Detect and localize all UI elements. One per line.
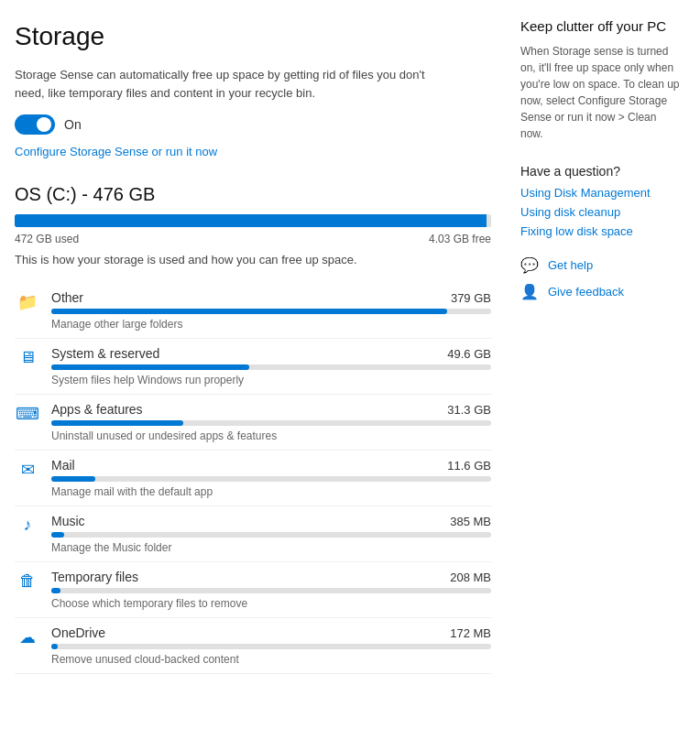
- item-bar-bg-3: [51, 476, 491, 482]
- item-icon-1: 🖥: [15, 348, 40, 367]
- sidebar-tip-title: Keep clutter off your PC: [520, 18, 682, 34]
- item-icon-4: ♪: [15, 516, 40, 535]
- storage-stats: 472 GB used 4.03 GB free: [15, 233, 491, 245]
- drive-storage-bar: [15, 214, 491, 227]
- item-content-4: Music 385 MB Manage the Music folder: [51, 514, 491, 554]
- item-bar-bg-1: [51, 364, 491, 370]
- sidebar-link-2[interactable]: Fixing low disk space: [520, 224, 682, 238]
- item-bar-fill-6: [51, 644, 58, 649]
- item-icon-0: 📁: [15, 292, 40, 312]
- item-header-2: Apps & features 31.3 GB: [51, 402, 491, 417]
- item-bar-bg-2: [51, 420, 491, 426]
- storage-item[interactable]: 🗑 Temporary files 208 MB Choose which te…: [15, 562, 491, 618]
- sidebar-help: 💬 Get help 👤 Give feedback: [520, 256, 682, 300]
- item-size-5: 208 MB: [450, 571, 491, 584]
- sidebar-links: Using Disk ManagementUsing disk cleanupF…: [520, 186, 682, 238]
- help-icon-0: 💬: [520, 256, 541, 274]
- item-content-6: OneDrive 172 MB Remove unused cloud-back…: [51, 625, 491, 666]
- storage-info: This is how your storage is used and how…: [15, 253, 491, 266]
- item-bar-fill-5: [51, 588, 60, 593]
- item-content-1: System & reserved 49.6 GB System files h…: [51, 346, 491, 386]
- item-icon-5: 🗑: [15, 571, 40, 591]
- drive-title: OS (C:) - 476 GB: [15, 184, 491, 205]
- storage-items-list: 📁 Other 379 GB Manage other large folder…: [15, 283, 491, 674]
- item-content-2: Apps & features 31.3 GB Uninstall unused…: [51, 402, 491, 442]
- storage-sense-toggle[interactable]: [15, 114, 55, 135]
- help-link-1[interactable]: Give feedback: [548, 285, 624, 299]
- item-size-0: 379 GB: [451, 291, 491, 305]
- help-link-0[interactable]: Get help: [548, 258, 593, 272]
- help-icon-1: 👤: [520, 283, 541, 300]
- item-name-3: Mail: [51, 458, 75, 473]
- item-icon-3: ✉: [15, 460, 40, 480]
- storage-free: 4.03 GB free: [429, 233, 491, 245]
- item-header-3: Mail 11.6 GB: [51, 458, 491, 473]
- page-description: Storage Sense can automatically free up …: [15, 66, 436, 102]
- item-header-4: Music 385 MB: [51, 514, 491, 528]
- main-content: Storage Storage Sense can automatically …: [0, 0, 513, 696]
- toggle-thumb: [37, 117, 51, 132]
- item-bar-fill-3: [51, 476, 95, 482]
- storage-item[interactable]: ✉ Mail 11.6 GB Manage mail with the defa…: [15, 451, 491, 506]
- item-header-0: Other 379 GB: [51, 290, 491, 305]
- configure-link[interactable]: Configure Storage Sense or run it now: [15, 145, 217, 158]
- item-bar-bg-6: [51, 644, 491, 649]
- item-size-4: 385 MB: [450, 515, 491, 528]
- item-name-6: OneDrive: [51, 625, 105, 640]
- item-icon-2: ⌨: [15, 404, 40, 424]
- item-desc-1: System files help Windows run properly: [51, 374, 491, 386]
- storage-item[interactable]: 📁 Other 379 GB Manage other large folder…: [15, 283, 491, 339]
- item-header-5: Temporary files 208 MB: [51, 570, 491, 584]
- sidebar-tip-body: When Storage sense is turned on, it'll f…: [520, 43, 682, 142]
- sidebar-question-title: Have a question?: [520, 164, 682, 179]
- item-desc-6: Remove unused cloud-backed content: [51, 653, 491, 666]
- item-icon-6: ☁: [15, 627, 40, 647]
- item-size-3: 11.6 GB: [447, 459, 491, 473]
- item-desc-2: Uninstall unused or undesired apps & fea…: [51, 429, 491, 442]
- toggle-label: On: [64, 117, 82, 132]
- item-content-3: Mail 11.6 GB Manage mail with the defaul…: [51, 458, 491, 498]
- item-name-5: Temporary files: [51, 570, 138, 584]
- item-size-6: 172 MB: [450, 626, 491, 640]
- item-name-0: Other: [51, 290, 83, 305]
- item-content-5: Temporary files 208 MB Choose which temp…: [51, 570, 491, 610]
- item-bar-fill-4: [51, 532, 64, 538]
- item-name-4: Music: [51, 514, 85, 528]
- item-header-1: System & reserved 49.6 GB: [51, 346, 491, 361]
- item-desc-4: Manage the Music folder: [51, 541, 491, 554]
- storage-item[interactable]: 🖥 System & reserved 49.6 GB System files…: [15, 339, 491, 395]
- storage-item[interactable]: ☁ OneDrive 172 MB Remove unused cloud-ba…: [15, 618, 491, 674]
- item-desc-5: Choose which temporary files to remove: [51, 597, 491, 610]
- storage-used: 472 GB used: [15, 233, 79, 245]
- item-name-2: Apps & features: [51, 402, 143, 417]
- item-bar-bg-0: [51, 309, 491, 314]
- item-bar-fill-2: [51, 420, 183, 426]
- item-bar-fill-0: [51, 309, 447, 314]
- sidebar-link-0[interactable]: Using Disk Management: [520, 186, 682, 200]
- item-bar-fill-1: [51, 364, 249, 370]
- toggle-row: On: [15, 114, 491, 135]
- drive-storage-bar-fill: [15, 214, 487, 227]
- sidebar: Keep clutter off your PC When Storage se…: [513, 0, 696, 696]
- sidebar-link-1[interactable]: Using disk cleanup: [520, 205, 682, 219]
- help-item-1[interactable]: 👤 Give feedback: [520, 283, 682, 300]
- item-desc-0: Manage other large folders: [51, 318, 491, 331]
- item-content-0: Other 379 GB Manage other large folders: [51, 290, 491, 331]
- storage-item[interactable]: ⌨ Apps & features 31.3 GB Uninstall unus…: [15, 395, 491, 451]
- item-desc-3: Manage mail with the default app: [51, 485, 491, 498]
- item-name-1: System & reserved: [51, 346, 159, 361]
- item-header-6: OneDrive 172 MB: [51, 625, 491, 640]
- storage-item[interactable]: ♪ Music 385 MB Manage the Music folder: [15, 506, 491, 562]
- page-title: Storage: [15, 22, 491, 51]
- help-item-0[interactable]: 💬 Get help: [520, 256, 682, 274]
- toggle-track: [15, 114, 55, 135]
- item-size-2: 31.3 GB: [447, 403, 491, 417]
- item-size-1: 49.6 GB: [447, 347, 491, 361]
- item-bar-bg-5: [51, 588, 491, 593]
- item-bar-bg-4: [51, 532, 491, 538]
